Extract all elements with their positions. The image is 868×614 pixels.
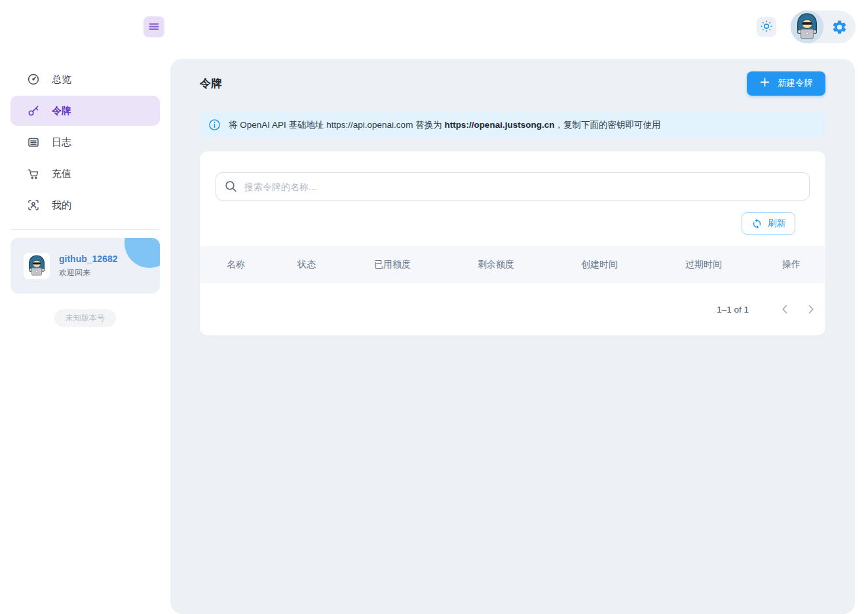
key-icon [27,104,40,117]
new-token-button[interactable]: 新建令牌 [747,71,825,96]
search-icon [224,180,238,193]
col-name: 名称 [227,259,297,271]
log-icon [27,136,40,149]
main-panel: 令牌 新建令牌 将 OpenAI API 基础地址 https:// [170,59,855,614]
cart-icon [27,167,40,180]
col-expiry-time: 过期时间 [685,259,782,271]
table-header-row: 名称 状态 已用额度 剩余额度 创建时间 过期时间 操作 [200,246,825,283]
user-meta: github_12682 欢迎回来 [59,254,117,278]
username: github_12682 [59,254,117,264]
sidebar-item-label: 充值 [52,168,71,180]
greeting-text: 欢迎回来 [59,267,117,278]
sidebar-nav: 总览 令牌 日志 [0,59,170,220]
sidebar-item-label: 令牌 [52,105,71,117]
user-avatar[interactable] [791,10,823,43]
banner-bold-url: https://openai.justsong.cn [444,120,554,130]
sidebar-item-logs[interactable]: 日志 [10,127,160,157]
pagination: 1–1 of 1 [200,283,825,336]
tokens-card: 刷新 名称 状态 已用额度 剩余额度 创建时间 过期时间 操作 1–1 of 1 [200,151,825,336]
col-created-time: 创建时间 [581,259,685,271]
profile-icon [27,199,40,212]
user-avatar [24,253,50,279]
search-input[interactable] [244,182,801,192]
pagination-label: 1–1 of 1 [717,305,749,315]
info-icon [208,119,221,131]
plus-icon [759,77,770,90]
sidebar-item-recharge[interactable]: 充值 [10,159,160,189]
sidebar-item-label: 日志 [52,136,71,149]
next-page-button[interactable] [802,301,820,318]
chevron-left-icon [778,302,792,317]
sidebar-item-overview[interactable]: 总览 [10,64,160,94]
col-remaining-quota: 剩余额度 [478,259,581,271]
col-actions: 操作 [782,259,825,271]
refresh-icon [751,218,763,229]
previous-page-button[interactable] [776,301,793,318]
theme-toggle-button[interactable] [757,17,776,37]
info-banner: 将 OpenAI API 基础地址 https://api.openai.com… [200,112,825,138]
version-badge: 未知版本号 [54,309,116,327]
sidebar: 总览 令牌 日志 [0,59,170,614]
banner-text-before: 将 OpenAI API 基础地址 https://api.openai.com… [229,120,444,130]
col-used-quota: 已用额度 [374,259,478,271]
col-status: 状态 [297,259,374,271]
refresh-button[interactable]: 刷新 [742,212,795,235]
toolbar-row: 刷新 [200,212,795,235]
corner-decoration [124,238,160,268]
chevron-right-icon [804,302,818,317]
sidebar-item-tokens[interactable]: 令牌 [10,96,160,126]
user-settings-pill[interactable] [791,10,856,43]
sidebar-item-label: 总览 [52,73,71,86]
sidebar-user-card: github_12682 欢迎回来 [10,238,160,294]
banner-text: 将 OpenAI API 基础地址 https://api.openai.com… [229,119,660,131]
gear-icon[interactable] [823,19,856,35]
new-token-button-label: 新建令牌 [778,77,813,89]
hamburger-icon [148,20,160,34]
refresh-button-label: 刷新 [768,218,785,229]
banner-text-after: ，复制下面的密钥即可使用 [554,120,660,130]
brightness-icon [760,20,773,35]
page-title: 令牌 [200,76,222,91]
topbar [0,0,868,59]
dashboard-icon [27,73,40,86]
sidebar-item-profile[interactable]: 我的 [10,190,160,220]
search-box [216,172,810,201]
sidebar-item-label: 我的 [52,199,71,212]
sidebar-divider [10,229,160,230]
sidebar-toggle-button[interactable] [143,16,164,37]
topbar-right-cluster [757,10,856,43]
page-header: 令牌 新建令牌 [200,71,825,96]
